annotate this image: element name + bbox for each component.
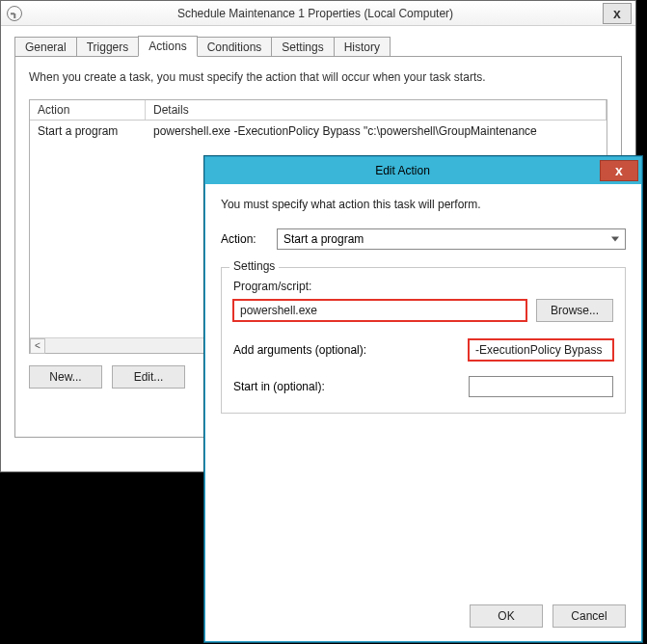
window-title: Schedule Maintenance 1 Properties (Local… xyxy=(28,7,603,20)
titlebar: Schedule Maintenance 1 Properties (Local… xyxy=(1,1,635,26)
action-row: Action: Start a program xyxy=(221,228,626,250)
edit-button[interactable]: Edit... xyxy=(112,365,185,389)
new-button[interactable]: New... xyxy=(29,365,102,389)
col-details[interactable]: Details xyxy=(146,100,607,120)
tab-settings[interactable]: Settings xyxy=(271,37,334,57)
table-header: Action Details xyxy=(30,100,607,121)
cancel-button[interactable]: Cancel xyxy=(553,604,626,628)
clock-icon xyxy=(7,6,22,21)
dialog-intro: You must specify what action this task w… xyxy=(221,198,626,211)
table-row[interactable]: Start a program powershell.exe -Executio… xyxy=(30,121,607,142)
tab-history[interactable]: History xyxy=(334,37,391,57)
tab-triggers[interactable]: Triggers xyxy=(76,37,140,57)
arguments-input[interactable]: -ExecutionPolicy Bypass xyxy=(469,339,613,361)
col-action[interactable]: Action xyxy=(30,100,146,120)
tab-actions[interactable]: Actions xyxy=(138,36,197,57)
settings-fieldset: Settings Program/script: powershell.exe … xyxy=(221,267,626,414)
cell-action: Start a program xyxy=(30,121,146,142)
dialog-title: Edit Action xyxy=(205,164,600,177)
startin-input[interactable] xyxy=(469,376,613,397)
ok-button[interactable]: OK xyxy=(470,604,543,628)
action-label: Action: xyxy=(221,232,269,246)
action-select-value: Start a program xyxy=(283,232,364,246)
action-select[interactable]: Start a program xyxy=(277,228,626,250)
panel-intro: When you create a task, you must specify… xyxy=(29,70,607,84)
dialog-footer: OK Cancel xyxy=(221,595,626,628)
startin-label: Start in (optional): xyxy=(233,380,325,393)
arguments-input-value: -ExecutionPolicy Bypass xyxy=(475,343,602,357)
tabstrip: General Triggers Actions Conditions Sett… xyxy=(14,36,622,57)
program-label: Program/script: xyxy=(233,280,613,293)
tab-general[interactable]: General xyxy=(14,37,77,57)
scroll-left-icon[interactable]: < xyxy=(30,338,45,354)
cell-details: powershell.exe -ExecutionPolicy Bypass "… xyxy=(146,121,607,142)
settings-legend: Settings xyxy=(229,259,279,273)
tab-conditions[interactable]: Conditions xyxy=(197,37,273,57)
dialog-titlebar: Edit Action x xyxy=(205,157,641,184)
program-input[interactable]: powershell.exe xyxy=(233,300,526,321)
arguments-label: Add arguments (optional): xyxy=(233,343,366,357)
dialog-body: You must specify what action this task w… xyxy=(205,184,641,641)
dialog-close-button[interactable]: x xyxy=(600,160,638,181)
close-button[interactable]: x xyxy=(603,3,632,24)
program-input-value: powershell.exe xyxy=(240,304,317,317)
browse-button[interactable]: Browse... xyxy=(536,299,613,322)
edit-action-dialog: Edit Action x You must specify what acti… xyxy=(204,156,642,642)
